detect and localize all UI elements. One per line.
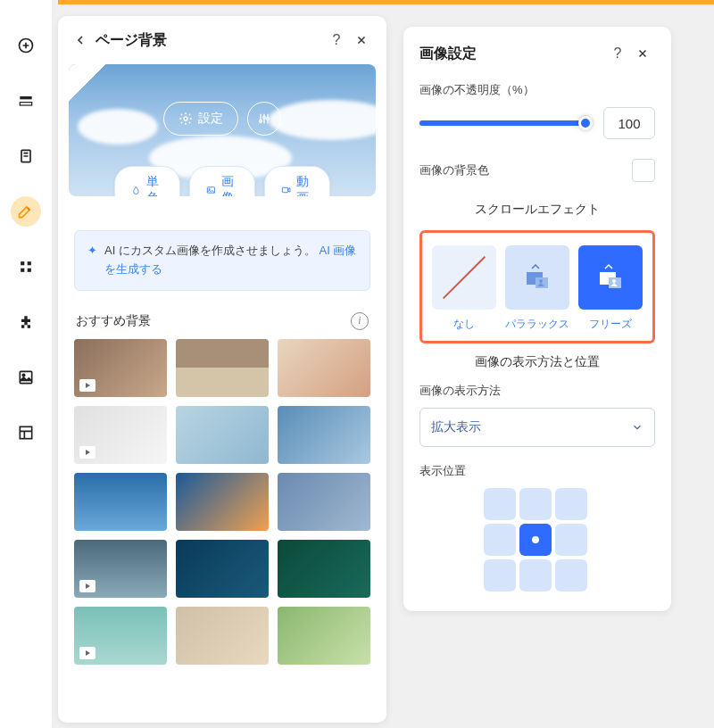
svg-rect-19 [536,277,548,288]
right-panel-header: 画像設定 ? [419,41,655,66]
display-method-label: 画像の表示方法 [419,383,655,399]
thumbnail-14[interactable] [278,607,370,665]
background-preview: 設定 単色 画像 動画 [69,64,376,196]
top-accent-bar [58,0,714,4]
chevron-down-icon [631,421,643,434]
position-cell-8[interactable] [555,559,587,592]
sidebar-theme-icon[interactable] [11,196,41,227]
bg-color-swatch[interactable] [632,159,655,182]
video-badge-icon [79,647,95,659]
video-badge-icon [79,446,95,459]
main-sidebar [0,0,52,728]
thumbnail-grid [58,339,386,681]
thumbnail-7[interactable] [176,473,269,531]
bg-type-solid[interactable]: 単色 [114,166,180,196]
svg-point-9 [22,374,25,376]
scroll-opt-freeze[interactable]: フリーズ [577,245,643,332]
sidebar-media-icon[interactable] [11,362,41,393]
sidebar-addons-icon[interactable] [11,307,41,337]
svg-rect-6 [21,269,24,272]
sidebar-layout-icon[interactable] [11,418,41,448]
scroll-opt-none[interactable]: なし [431,245,497,332]
svg-point-13 [263,116,266,119]
position-cell-6[interactable] [484,559,516,592]
svg-point-14 [267,118,270,120]
thumbnail-12[interactable] [74,607,167,665]
svg-rect-4 [21,261,24,265]
bg-type-video[interactable]: 動画 [264,166,330,196]
position-cell-1[interactable] [519,488,552,520]
position-label: 表示位置 [419,463,655,479]
position-cell-3[interactable] [484,524,516,556]
thumbnail-11[interactable] [278,540,370,598]
svg-rect-2 [20,103,31,105]
bg-color-row: 画像の背景色 [419,159,655,182]
svg-rect-8 [20,371,31,383]
svg-rect-7 [28,269,31,272]
rp-help-button[interactable]: ? [605,41,630,66]
thumbnail-5[interactable] [278,406,370,464]
bg-color-label: 画像の背景色 [419,162,489,178]
adjust-button[interactable] [247,102,281,136]
recommended-header: おすすめ背景 i [58,291,386,339]
settings-button[interactable]: 設定 [163,102,238,136]
thumbnail-4[interactable] [176,406,269,464]
opacity-input[interactable] [603,107,655,139]
recommended-title: おすすめ背景 [76,313,151,329]
scroll-effect-options: なし パララックス フリーズ [419,230,655,343]
display-method-value: 拡大表示 [431,419,481,435]
thumbnail-13[interactable] [176,607,269,665]
thumbnail-10[interactable] [176,540,269,598]
svg-rect-5 [28,261,31,265]
left-panel-title: ページ背景 [95,31,324,50]
scroll-effect-title: スクロールエフェクト [419,202,655,218]
position-grid [484,488,591,592]
svg-rect-1 [20,96,31,99]
position-cell-2[interactable] [555,488,587,520]
position-cell-4[interactable] [519,524,552,556]
position-cell-7[interactable] [519,559,552,592]
svg-rect-10 [20,426,31,438]
scroll-opt-parallax[interactable]: パララックス [504,245,570,332]
display-method-select[interactable]: 拡大表示 [419,408,655,447]
thumbnail-1[interactable] [176,339,269,397]
thumbnail-3[interactable] [74,406,167,464]
background-type-tabs: 単色 画像 動画 [114,166,330,196]
close-button[interactable] [349,28,374,53]
svg-point-23 [612,279,616,283]
ai-banner-text: AI にカスタム画像を作成させましょう。 [104,244,316,257]
sparkle-icon: ✦ [87,242,97,279]
right-panel-title: 画像設定 [419,45,605,63]
svg-point-11 [184,117,187,120]
position-cell-0[interactable] [484,488,516,520]
thumbnail-9[interactable] [74,540,167,598]
video-badge-icon [79,580,95,592]
svg-point-12 [260,120,262,122]
help-button[interactable]: ? [324,28,349,53]
position-cell-5[interactable] [555,524,587,556]
back-button[interactable] [71,30,90,50]
image-settings-panel: 画像設定 ? 画像の不透明度（%） 画像の背景色 スクロールエフェクト なし パ… [403,27,671,611]
sidebar-add-icon[interactable] [11,30,41,61]
bg-type-image[interactable]: 画像 [189,166,255,196]
display-section-title: 画像の表示方法と位置 [419,354,655,370]
thumbnail-0[interactable] [74,339,167,397]
svg-rect-22 [609,277,621,288]
settings-button-label: 設定 [198,111,223,127]
sidebar-sections-icon[interactable] [11,86,41,116]
opacity-label: 画像の不透明度（%） [419,82,655,98]
svg-point-20 [539,279,543,283]
opacity-slider[interactable] [419,120,593,126]
thumbnail-8[interactable] [278,473,370,531]
rp-close-button[interactable] [630,41,655,66]
video-badge-icon [79,379,95,392]
slider-thumb[interactable] [578,116,593,130]
left-panel-header: ページ背景 ? [58,16,386,64]
thumbnail-6[interactable] [74,473,167,531]
info-icon[interactable]: i [351,312,369,330]
thumbnail-2[interactable] [278,339,370,397]
sidebar-apps-icon[interactable] [11,252,41,282]
svg-rect-17 [282,187,287,192]
page-background-panel: ページ背景 ? 設定 単色 画像 動画 ✦ AI にカスタム画像を作成させましょ… [58,16,386,723]
sidebar-pages-icon[interactable] [11,141,41,171]
